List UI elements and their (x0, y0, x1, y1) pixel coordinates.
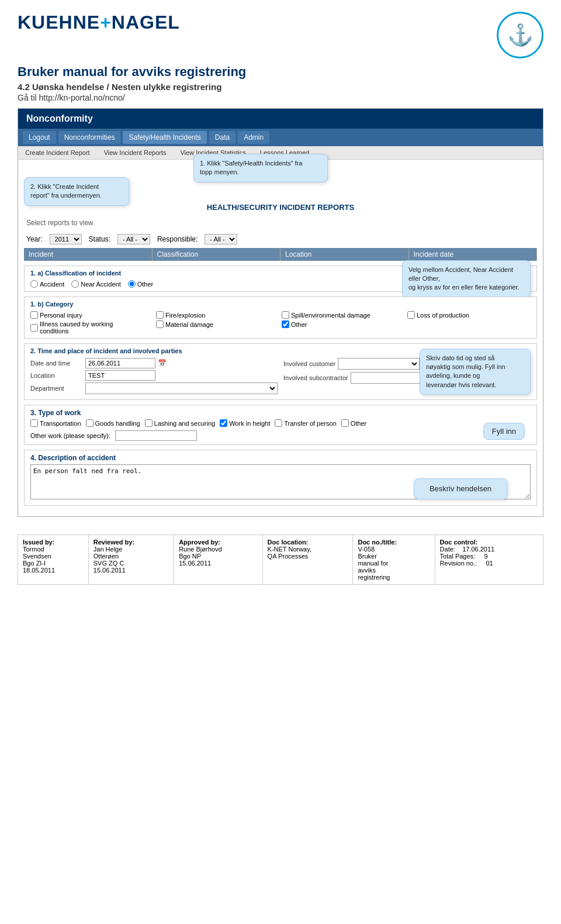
logo: KUEHNE+NAGEL (18, 12, 180, 33)
tooltip-safety-health: 1. Klikk "Safety/Health Incidents" fra t… (193, 154, 328, 182)
footer-doc-location: Doc location: K-NET Norway,QA Processes (262, 535, 353, 585)
table-header: Incident Classification Location Inciden… (24, 248, 537, 261)
other-work-input[interactable] (115, 430, 197, 441)
status-label: Status: (89, 235, 110, 243)
tooltip-classification: Velg mellom Accident, Near Accident elle… (402, 260, 531, 297)
section-2: 2. Time and place of incident and involv… (24, 343, 537, 400)
page-title: Bruker manual for avviks registrering (18, 64, 543, 80)
nav-admin[interactable]: Admin (238, 131, 269, 144)
cb-fire[interactable]: Fire/explosion (156, 311, 279, 319)
tooltip-beskriv: Beskriv hendelsen (414, 478, 507, 499)
checkbox-col-2: Fire/explosion Material damage (156, 311, 279, 335)
nav-logout[interactable]: Logout (23, 131, 56, 144)
cb-illness[interactable]: Illness caused by workingconditions (30, 320, 154, 335)
section-subtitle: 4.2 Uønska hendelse / Nesten ulykke regi… (18, 82, 543, 92)
location-field-row: Location (30, 370, 278, 381)
tooltip-time-place: Skriv dato tid og sted så nøyaktig som m… (420, 349, 531, 395)
responsible-label: Responsible: (157, 235, 198, 243)
col-classification: Classification (153, 248, 281, 261)
sub-nav-view[interactable]: View Incident Reports (102, 148, 169, 157)
cb-other-cat[interactable]: Other (282, 320, 405, 328)
footer-table: Issued by: TormodSvendsenBgo ZI-I18.05.2… (18, 535, 543, 585)
nc-header-bar: Nonconformity (18, 109, 543, 129)
involved-customer-label: Involved customer (283, 360, 335, 367)
department-select[interactable] (85, 382, 278, 394)
col-incident-date: Incident date (409, 248, 538, 261)
cb-spill[interactable]: Spill/environmental damage (282, 311, 405, 319)
cb-material[interactable]: Material damage (156, 320, 279, 328)
other-work-row: Other work (please specify): (30, 430, 531, 441)
anchor-icon: ⚓ (507, 23, 534, 47)
select-reports-label: Select reports to view (24, 219, 537, 227)
checkbox-col-3: Spill/environmental damage Other (282, 311, 405, 335)
nc-body: 1. Klikk "Safety/Health Incidents" fra t… (18, 160, 543, 516)
cb-transportation[interactable]: Transportation (30, 419, 81, 427)
responsible-select[interactable]: - All - (205, 234, 237, 244)
year-select[interactable]: 2011 (50, 234, 82, 244)
section-1b: 1. b) Category Personal injury Illness c… (24, 296, 537, 339)
cb-personal-injury[interactable]: Personal injury (30, 311, 154, 319)
col-location: Location (280, 248, 409, 261)
date-label: Date and time (30, 360, 83, 367)
footer-doc-no: Doc no./title: V-058Brukermanual foravvi… (353, 535, 435, 585)
cb-goods-handling[interactable]: Goods handling (86, 419, 140, 427)
cb-lashing[interactable]: Lashing and securing (145, 419, 216, 427)
cb-transfer-person[interactable]: Transfer of person (275, 419, 336, 427)
page-header: KUEHNE+NAGEL ⚓ (18, 12, 543, 58)
section-3: 3. Type of work Transportation Goods han… (24, 405, 537, 445)
col-incident: Incident (24, 248, 153, 261)
date-field-row: Date and time 📅 (30, 358, 278, 368)
footer-approved-by: Approved by: Rune BjørhovdBgo NP15.06.20… (174, 535, 262, 585)
cb-work-in-height[interactable]: Work in height (220, 419, 270, 427)
footer-doc-control: Doc control: Date: 17.06.2011 Total Page… (435, 535, 543, 585)
section-3-title: 3. Type of work (30, 409, 531, 417)
involved-customer-select[interactable] (338, 358, 420, 370)
nc-application-screenshot: Nonconformity Logout Nonconformities Saf… (18, 108, 543, 517)
department-label: Department (30, 385, 83, 392)
category-checkboxes: Personal injury Illness caused by workin… (30, 311, 531, 335)
radio-accident[interactable]: Accident (30, 280, 64, 288)
section-1a: 1. a) Classification of incident Acciden… (24, 266, 537, 292)
involved-subcontractor-label: Involved subcontractor (283, 374, 348, 381)
logo-text: KUEHNE+NAGEL (18, 12, 180, 33)
checkbox-col-4: Loss of production (407, 311, 531, 335)
status-select[interactable]: - All - (117, 234, 150, 244)
footer-reviewed-by: Reviewed by: Jan HelgeOtterøenSVG ZQ C15… (88, 535, 174, 585)
section-4-title: 4. Description of accident (30, 454, 531, 462)
radio-other[interactable]: Other (128, 280, 154, 288)
cb-other-work[interactable]: Other (341, 419, 367, 427)
nav-safety-health[interactable]: Safety/Health Incidents (123, 131, 206, 144)
department-field-row: Department (30, 382, 278, 394)
nav-nonconformities[interactable]: Nonconformities (58, 131, 121, 144)
section-1b-title: 1. b) Category (30, 301, 531, 308)
location-label: Location (30, 372, 83, 379)
fyll-inn-bubble: Fyll inn (483, 423, 525, 440)
date-field: 📅 (85, 358, 278, 368)
page-url: Gå til http://kn-portal.no/ncno/ (18, 93, 543, 102)
section-4: 4. Description of accident En person fal… (24, 450, 537, 506)
toolbar-row: Year: 2011 Status: - All - Responsible: … (24, 230, 537, 248)
tooltip-create-incident: 2. Klikk "Create Incident report" fra un… (24, 177, 129, 206)
work-type-checkboxes: Transportation Goods handling Lashing an… (30, 419, 531, 427)
year-label: Year: (26, 235, 43, 243)
anchor-logo-icon: ⚓ (497, 12, 543, 58)
location-input[interactable] (85, 370, 155, 381)
fyll-inn-container: Fyll inn (483, 423, 525, 440)
other-work-label: Other work (please specify): (30, 432, 110, 439)
date-input[interactable] (85, 358, 155, 368)
radio-near-accident[interactable]: Near Accident (71, 280, 120, 288)
cb-loss-production[interactable]: Loss of production (407, 311, 531, 319)
nav-data[interactable]: Data (209, 131, 236, 144)
sub-nav-create[interactable]: Create Incident Report (23, 148, 92, 157)
checkbox-col-1: Personal injury Illness caused by workin… (30, 311, 154, 335)
calendar-icon[interactable]: 📅 (158, 359, 167, 367)
footer-issued-by: Issued by: TormodSvendsenBgo ZI-I18.05.2… (18, 535, 89, 585)
nav-bar: Logout Nonconformities Safety/Health Inc… (18, 129, 543, 146)
section-2-left: Date and time 📅 Location Department (30, 358, 278, 396)
